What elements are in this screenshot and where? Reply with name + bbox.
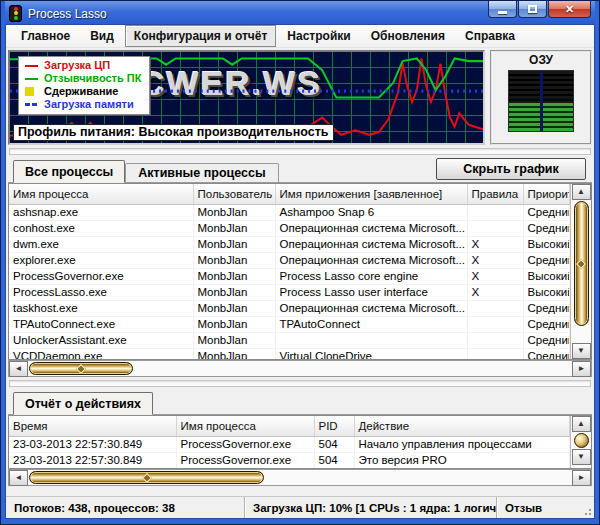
cell-name: conhost.exe xyxy=(9,220,193,236)
graph-legend: Загрузка ЦП Отзывчивость ПК Сдерживание … xyxy=(18,56,150,115)
cell-priority: Средний xyxy=(523,204,570,220)
legend-item-memory: Загрузка памяти xyxy=(25,98,141,111)
ram-label: ОЗУ xyxy=(492,53,590,67)
cell-time: 23-03-2013 22:57:30.849 xyxy=(9,436,176,452)
cell-app: Операционная система Microsoft... xyxy=(275,220,467,236)
cell-rules xyxy=(467,220,523,236)
responsiveness-line-icon xyxy=(25,78,39,80)
col-user[interactable]: Пользователь xyxy=(193,184,275,204)
cell-app: Операционная система Microsoft... xyxy=(275,300,467,316)
col-priority[interactable]: Приоритет xyxy=(523,184,570,204)
table-row[interactable]: conhost.exeMonbJlanОперационная система … xyxy=(9,220,570,236)
tab-active-processes[interactable]: Активные процессы xyxy=(125,163,278,182)
cell-name: TPAutoConnect.exe xyxy=(9,316,193,332)
cell-rules xyxy=(467,316,523,332)
cell-app: Операционная система Microsoft... xyxy=(275,236,467,252)
maximize-button[interactable] xyxy=(518,1,547,18)
scroll-left-icon[interactable]: ◄ xyxy=(9,361,28,377)
menu-main[interactable]: Главное xyxy=(12,25,79,47)
cell-rules xyxy=(467,300,523,316)
cell-priority: Средний xyxy=(523,220,570,236)
minimize-icon xyxy=(498,11,507,14)
cell-app: Операционная система Microsoft... xyxy=(275,252,467,268)
table-row[interactable]: explorer.exeMonbJlanОперационная система… xyxy=(9,252,570,268)
cpu-line-icon xyxy=(25,65,39,67)
menu-updates[interactable]: Обновления xyxy=(362,25,454,47)
menu-settings[interactable]: Настройки xyxy=(278,25,359,47)
menu-view[interactable]: Вид xyxy=(81,25,123,47)
action-log-table: Время Имя процесса PID Действие 23-03-20… xyxy=(8,415,592,469)
scroll-right-icon[interactable]: ► xyxy=(572,361,591,377)
cell-name: dwm.exe xyxy=(9,236,193,252)
client-area: Главное Вид Конфигурация и отчёт Настрой… xyxy=(5,24,595,519)
traffic-light-icon xyxy=(9,5,22,22)
log-table-header[interactable]: Время Имя процесса PID Действие xyxy=(9,416,570,436)
scroll-up-icon[interactable]: ▲ xyxy=(572,184,591,200)
legend-item-responsiveness: Отзывчивость ПК xyxy=(25,72,141,85)
log-scroll-right-icon[interactable]: ► xyxy=(572,470,591,486)
process-table-header[interactable]: Имя процесса Пользователь Имя приложения… xyxy=(9,184,570,204)
vscroll-thumb[interactable] xyxy=(574,201,589,326)
status-responsiveness: Отзыв xyxy=(496,497,594,518)
table-row[interactable]: TPAutoConnect.exeMonbJlanTPAutoConnectСр… xyxy=(9,316,570,332)
col-action[interactable]: Действие xyxy=(354,416,570,436)
process-table-vscrollbar[interactable]: ▲ ▼ xyxy=(570,184,591,359)
close-icon: ✕ xyxy=(565,2,574,17)
cell-priority: Высокий xyxy=(523,268,570,284)
log-table-vscrollbar[interactable]: ▲ ▼ xyxy=(570,416,591,468)
cell-name: ashsnap.exe xyxy=(9,204,193,220)
hscroll-thumb[interactable] xyxy=(29,362,133,375)
col-rules[interactable]: Правила xyxy=(467,184,523,204)
log-tabstrip: Отчёт о действиях xyxy=(8,390,592,415)
tab-all-processes[interactable]: Все процессы xyxy=(13,160,125,183)
table-row[interactable]: 23-03-2013 22:57:30.849ProcessGovernor.e… xyxy=(9,436,570,452)
col-app-name[interactable]: Имя приложения [заявленное] xyxy=(275,184,467,204)
legend-item-cpu: Загрузка ЦП xyxy=(25,59,141,72)
process-table-hscrollbar[interactable]: ◄ ► xyxy=(8,360,592,377)
scroll-down-icon[interactable]: ▼ xyxy=(572,343,591,359)
cell-rules: X xyxy=(467,268,523,284)
cell-app: Virtual CloneDrive xyxy=(275,348,467,359)
table-row[interactable]: VCDDaemon.exeMonbJlanVirtual CloneDriveС… xyxy=(9,348,570,359)
table-row[interactable]: ProcessGovernor.exeMonbJlanProcess Lasso… xyxy=(9,268,570,284)
table-row[interactable]: ashsnap.exeMonbJlanAshampoo Snap 6Средни… xyxy=(9,204,570,220)
ram-panel: ОЗУ xyxy=(490,50,592,145)
title-bar[interactable]: Process Lasso ✕ xyxy=(5,1,595,24)
table-row[interactable]: dwm.exeMonbJlanОперационная система Micr… xyxy=(9,236,570,252)
cell-rules xyxy=(467,204,523,220)
cell-user: MonbJlan xyxy=(193,220,275,236)
log-scroll-down-icon[interactable]: ▼ xyxy=(572,449,591,465)
power-profile-label: Профиль питания: Высокая производительно… xyxy=(13,124,334,141)
cell-app: Ashampoo Snap 6 xyxy=(275,204,467,220)
cell-user: MonbJlan xyxy=(193,236,275,252)
table-row[interactable]: UnlockerAssistant.exeMonbJlanСредний xyxy=(9,332,570,348)
log-scroll-left-icon[interactable]: ◄ xyxy=(9,470,28,486)
col-process-name[interactable]: Имя процесса xyxy=(9,184,193,204)
col-pid[interactable]: PID xyxy=(314,416,354,436)
log-scroll-up-icon[interactable]: ▲ xyxy=(572,416,591,432)
cell-priority: Средний xyxy=(523,252,570,268)
table-row[interactable]: 23-03-2013 22:57:30.849ProcessGovernor.e… xyxy=(9,452,570,468)
tab-action-log[interactable]: Отчёт о действиях xyxy=(13,392,153,415)
table-row[interactable]: ProcessLasso.exeMonbJlanProcess Lasso us… xyxy=(9,284,570,300)
menu-help[interactable]: Справка xyxy=(456,25,524,47)
table-row[interactable]: taskhost.exeMonbJlanОперационная система… xyxy=(9,300,570,316)
process-tabstrip: Все процессы Активные процессы Скрыть гр… xyxy=(8,158,592,183)
log-hscroll-thumb[interactable] xyxy=(29,471,264,484)
minimize-button[interactable] xyxy=(488,1,517,18)
hide-graph-button[interactable]: Скрыть график xyxy=(436,158,586,180)
close-button[interactable]: ✕ xyxy=(548,1,591,18)
cell-action: Начало управления процессами xyxy=(354,436,570,452)
cell-user: MonbJlan xyxy=(193,204,275,220)
cell-name: ProcessGovernor.exe xyxy=(176,452,314,468)
menu-configuration[interactable]: Конфигурация и отчёт xyxy=(125,25,277,47)
log-table-hscrollbar[interactable]: ◄ ► xyxy=(8,469,592,486)
separator-strip xyxy=(9,148,591,155)
col-time[interactable]: Время xyxy=(9,416,176,436)
resize-grip[interactable] xyxy=(582,506,592,516)
cell-name: ProcessGovernor.exe xyxy=(9,268,193,284)
col-log-process-name[interactable]: Имя процесса xyxy=(176,416,314,436)
log-vscroll-thumb[interactable] xyxy=(574,433,589,448)
menu-bar: Главное Вид Конфигурация и отчёт Настрой… xyxy=(6,25,594,48)
cell-app: Process Lasso user interface xyxy=(275,284,467,300)
